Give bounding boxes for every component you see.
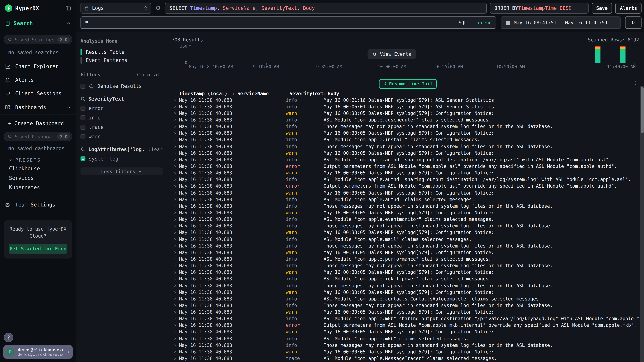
row-expand-chevron-icon[interactable] [172,191,179,195]
alerts-button[interactable]: Alerts [616,3,642,13]
table-row[interactable]: May 16 11:38:40.683 AM warn May 16 00:30… [172,269,644,276]
table-row[interactable]: May 16 11:38:40.683 AM info ASL Module "… [172,316,644,322]
row-expand-chevron-icon[interactable] [172,330,179,334]
column-resize-handle[interactable] [286,91,286,96]
filter-option[interactable]: warn [80,134,162,140]
row-expand-chevron-icon[interactable] [172,105,179,109]
column-header-severitytext[interactable]: SeverityText [286,91,324,96]
table-row[interactable]: May 16 11:38:40.683 AM info ASL Module "… [172,296,644,302]
table-row[interactable]: May 16 11:38:40.683 AM info ASL Module "… [172,216,644,223]
chevron-up-icon[interactable] [66,105,71,110]
help-button[interactable]: ? [4,333,13,342]
denoise-checkbox[interactable] [80,84,86,89]
filter-checkbox[interactable] [80,106,86,111]
table-row[interactable]: May 16 11:38:40.683 AM info Those messag… [172,342,644,349]
chevron-up-icon[interactable] [66,21,71,25]
table-row[interactable]: May 16 11:38:40.683 AM info May 16 00:06… [172,103,644,110]
table-row[interactable]: May 16 11:38:40.683 AM warn May 16 00:30… [172,309,644,316]
row-expand-chevron-icon[interactable] [172,357,179,361]
table-row[interactable]: May 16 11:38:40.683 AM info Those messag… [172,203,644,209]
table-row[interactable]: May 16 11:38:40.683 AM warn May 16 00:30… [172,170,644,176]
create-dashboard-button[interactable]: + Create Dashboard [0,117,76,129]
table-row[interactable]: May 16 11:38:40.683 AM warn May 16 00:30… [172,229,644,236]
row-expand-chevron-icon[interactable] [172,237,179,241]
table-row[interactable]: May 16 11:38:40.683 AM info ASL Module "… [172,137,644,143]
row-expand-chevron-icon[interactable] [172,231,179,235]
table-row[interactable]: May 16 11:38:40.683 AM info Those messag… [172,223,644,229]
table-row[interactable]: May 16 11:38:40.683 AM warn May 16 00:30… [172,150,644,156]
sidebar-collapse-icon[interactable] [65,5,71,11]
scrollbar-thumb[interactable] [641,87,644,133]
saved-dashboards-input[interactable]: Saved Dashboards ⌘ K [4,132,72,141]
table-row[interactable]: May 16 11:38:40.683 AM info ASL Module "… [172,176,644,183]
column-header-body[interactable]: Body [324,91,644,96]
table-row[interactable]: May 16 11:38:40.683 AM warn May 16 00:30… [172,289,644,296]
row-expand-chevron-icon[interactable] [172,343,179,348]
row-expand-chevron-icon[interactable] [172,184,179,188]
filter-checkbox[interactable] [80,134,86,139]
row-expand-chevron-icon[interactable] [172,323,179,328]
clear-all-link[interactable]: Clear all [137,72,162,78]
table-scrollbar[interactable] [640,86,644,362]
filter-option[interactable]: system.log [80,156,162,162]
source-settings-gear-icon[interactable]: ⚙ [154,4,162,12]
row-expand-chevron-icon[interactable] [172,211,179,215]
row-expand-chevron-icon[interactable] [172,125,179,129]
get-started-button[interactable]: Get Started for Free [8,244,67,254]
row-expand-chevron-icon[interactable] [172,310,179,314]
sidebar-item-dashboards[interactable]: Dashboards [0,100,76,115]
table-row[interactable]: May 16 11:38:40.683 AM info Those messag… [172,263,644,269]
save-button[interactable]: Save [592,3,612,13]
row-expand-chevron-icon[interactable] [172,277,179,281]
sidebar-item-alerts[interactable]: Alerts [0,73,76,87]
row-expand-chevron-icon[interactable] [172,317,179,321]
row-expand-chevron-icon[interactable] [172,270,179,275]
column-resize-handle[interactable] [233,91,234,96]
sidebar-item-team-settings[interactable]: ⚙ Team Settings [0,198,76,211]
histogram-bar[interactable] [595,46,600,63]
sidebar-item-chart-explorer[interactable]: Chart Explorer [0,59,76,73]
preset-item-kubernetes[interactable]: Kubernetes [0,183,76,192]
row-expand-chevron-icon[interactable] [172,337,179,341]
table-row[interactable]: May 16 11:38:40.683 AM info Those messag… [172,243,644,249]
sidebar-item-search[interactable]: Search [0,16,76,30]
row-expand-chevron-icon[interactable] [172,264,179,268]
search-icon[interactable] [80,147,86,152]
less-filters-button[interactable]: Less filters [80,167,162,175]
row-expand-chevron-icon[interactable] [172,244,179,248]
search-icon[interactable] [80,96,86,101]
preset-item-services[interactable]: Services [0,173,76,183]
filter-checkbox[interactable] [80,125,86,130]
row-expand-chevron-icon[interactable] [172,118,179,122]
analysis-mode-event-patterns[interactable]: Event Patterns [80,56,162,64]
row-expand-chevron-icon[interactable] [172,171,179,175]
table-row[interactable]: May 16 11:38:40.683 AM error Output para… [172,183,644,190]
row-expand-chevron-icon[interactable] [172,204,179,208]
table-row[interactable]: May 16 11:38:40.683 AM error Output para… [172,163,644,170]
order-by-input[interactable]: ORDER BY TimestampTime DESC [490,3,588,13]
source-select[interactable]: Logs [80,3,151,13]
column-resize-handle[interactable] [324,91,324,96]
row-expand-chevron-icon[interactable] [172,304,179,308]
table-row[interactable]: May 16 11:38:40.683 AM warn May 16 00:30… [172,110,644,117]
row-expand-chevron-icon[interactable] [172,178,179,182]
run-search-button[interactable] [625,16,642,29]
table-row[interactable]: May 16 11:38:40.683 AM info Those messag… [172,282,644,289]
table-row[interactable]: May 16 11:38:40.683 AM info ASL Module "… [172,256,644,262]
row-expand-chevron-icon[interactable] [172,138,179,142]
table-row[interactable]: May 16 11:38:40.683 AM info Those messag… [172,143,644,150]
row-expand-chevron-icon[interactable] [172,257,179,261]
table-row[interactable]: May 16 11:38:40.683 AM warn May 16 00:30… [172,209,644,216]
row-expand-chevron-icon[interactable] [172,131,179,135]
row-expand-chevron-icon[interactable] [172,290,179,295]
column-header-servicename[interactable]: ServiceName [233,91,286,96]
row-expand-chevron-icon[interactable] [172,98,179,102]
filter-checkbox[interactable] [80,115,86,120]
table-row[interactable]: May 16 11:38:40.683 AM warn May 16 00:30… [172,349,644,355]
analysis-mode-results-table[interactable]: Results Table [80,48,162,56]
row-expand-chevron-icon[interactable] [172,198,179,202]
table-row[interactable]: May 16 11:38:40.683 AM error Output para… [172,322,644,329]
row-expand-chevron-icon[interactable] [172,350,179,354]
lucene-toggle[interactable]: Lucene [475,20,492,25]
table-row[interactable]: May 16 11:38:40.683 AM warn May 16 00:30… [172,329,644,335]
